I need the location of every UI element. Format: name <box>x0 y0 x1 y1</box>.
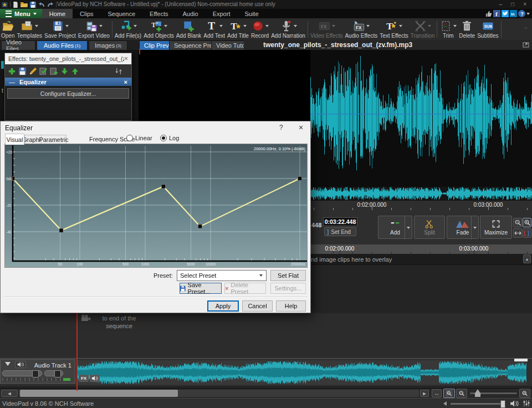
ribbon-tab-home[interactable]: Home <box>42 9 73 18</box>
twitter-icon[interactable] <box>502 10 509 17</box>
edit-effect-icon[interactable] <box>29 67 37 75</box>
radio-icon[interactable] <box>160 135 167 141</box>
library-tab-audio-files[interactable]: Audio Files(1) <box>37 40 88 50</box>
ribbon-tab-effects[interactable]: Effects <box>142 9 175 18</box>
timeline-playhead[interactable] <box>76 313 78 391</box>
toolbar-text-effects-button[interactable]: TText Effects <box>378 19 410 40</box>
preset-select[interactable]: Select Preset <box>177 270 267 281</box>
dialog-help-icon[interactable]: ? <box>279 124 283 131</box>
toolbar-add-text-button[interactable]: TAdd Text <box>202 19 226 40</box>
audio-track-label[interactable]: Audio Track 1 <box>34 362 71 369</box>
menu-button[interactable]: Menu <box>0 9 42 18</box>
toolbar-transition-button[interactable]: Transition <box>410 19 436 40</box>
save-effect-chain-icon[interactable] <box>18 67 27 75</box>
toolbar-add-narration-button[interactable]: Add Narration <box>270 19 306 40</box>
new-document-icon[interactable] <box>13 2 18 8</box>
audio-clip-waveform[interactable] <box>78 360 526 385</box>
toolbar-add-file-s-button[interactable]: Add File(s) <box>114 19 142 40</box>
dialog-title-bar[interactable]: Equalizer ? × <box>1 121 310 135</box>
ribbon-tab-sequence[interactable]: Sequence <box>101 9 143 18</box>
move-up-icon[interactable] <box>71 67 79 75</box>
minimize-button[interactable]: – <box>495 1 507 8</box>
set-end-button[interactable]: ] Set End <box>324 227 356 236</box>
track-collapse-icon[interactable] <box>5 362 11 366</box>
effects-panel-header[interactable]: Effects: twenty_one_pilots_-_stressed_ou… <box>5 53 131 64</box>
track-mute-button[interactable] <box>15 361 26 368</box>
zoom-out-icon[interactable] <box>456 389 467 398</box>
move-down-icon[interactable] <box>60 67 69 75</box>
transport-maximize-button[interactable]: Maximize <box>480 216 512 239</box>
toolbar-subtitles-button[interactable]: SUBSubtitles <box>476 19 499 40</box>
toolbar-record-button[interactable]: Record <box>250 19 270 40</box>
scroll-left-button[interactable]: ◄ <box>1 390 18 397</box>
toolbar-add-blank-button[interactable]: Add Blank <box>175 19 203 40</box>
save-icon[interactable] <box>30 2 36 8</box>
reorder-icon[interactable] <box>115 67 123 75</box>
ribbon-tab-clips[interactable]: Clips <box>73 9 100 18</box>
effects-close-icon[interactable]: × <box>124 55 128 63</box>
toolbar-open-button[interactable]: Open <box>0 19 16 40</box>
transport-split-button[interactable]: Split <box>414 216 445 239</box>
toolbar-export-video-button[interactable]: Export Video <box>77 19 111 40</box>
set-flat-button[interactable]: Set Flat <box>270 270 306 281</box>
clip-fx-button[interactable]: FX <box>79 375 89 382</box>
equalizer-remove-icon[interactable]: × <box>124 79 127 85</box>
toolbar-templates-button[interactable]: Templates <box>16 19 43 40</box>
chevron-down-icon[interactable] <box>471 216 478 239</box>
ribbon-tab-suite[interactable]: Suite <box>237 9 265 18</box>
redo-icon[interactable] <box>47 2 54 8</box>
configure-equalizer-button[interactable]: Configure Equalizer... <box>7 88 129 99</box>
volume-thumb[interactable] <box>500 400 505 408</box>
waveform-overview[interactable] <box>310 187 532 201</box>
help-button[interactable]: Help <box>276 300 306 312</box>
clip-timeline-ruler[interactable]: 0:02:00.0000:03:00.000 <box>310 201 532 211</box>
clip-selection-handle[interactable] <box>514 359 528 361</box>
track-scroll-up-button[interactable]: ▲ <box>523 254 531 263</box>
collapse-icon[interactable]: — <box>9 79 15 85</box>
track-volume-slider[interactable] <box>2 370 42 376</box>
ribbon-tab-export[interactable]: Export <box>206 9 238 18</box>
scroll-right-button[interactable]: ► <box>420 390 429 397</box>
track-pan-slider[interactable] <box>44 370 63 376</box>
facebook-icon[interactable]: f <box>493 10 500 17</box>
eq-curve-graph[interactable]: +200dB-20-4050100500100050001000020000Hz… <box>5 144 307 267</box>
new-project-icon[interactable] <box>2 2 8 8</box>
waveform-display[interactable] <box>310 50 532 187</box>
detach-preview-icon[interactable] <box>523 42 529 48</box>
mixer-icon[interactable] <box>523 400 530 407</box>
settings-button[interactable]: Settings... <box>270 283 306 294</box>
chevron-down-icon[interactable] <box>405 216 412 239</box>
toolbar-add-title-button[interactable]: TAdd Title <box>226 19 250 40</box>
radio-linear[interactable]: Linear <box>126 135 152 141</box>
undo-icon[interactable] <box>38 2 45 8</box>
clip-mute-button[interactable] <box>90 375 100 382</box>
toolbar-add-objects-button[interactable]: TAdd Objects <box>142 19 175 40</box>
zoom-selection-icon[interactable] <box>443 389 455 398</box>
chevron-down-icon[interactable] <box>526 13 530 15</box>
zoom-fit-button[interactable]: ↔ <box>432 389 442 397</box>
speaker-icon[interactable] <box>510 400 519 407</box>
cancel-button[interactable]: Cancel <box>242 300 273 312</box>
toolbar-delete-button[interactable]: Delete <box>458 19 476 40</box>
library-tab-video-files[interactable]: Video Files <box>1 40 35 50</box>
toolbar-trim-button[interactable]: Trim <box>438 19 458 40</box>
save-preset-button[interactable]: Save Preset... <box>180 283 222 294</box>
library-tab-images[interactable]: Images(3) <box>89 40 127 50</box>
delete-preset-button[interactable]: × Delete Preset <box>224 283 266 294</box>
toolbar-save-project-button[interactable]: Save Project <box>43 19 77 40</box>
transport-fade-button[interactable]: Fade <box>447 216 479 239</box>
help-icon[interactable]: ? <box>518 10 525 17</box>
equalizer-section-header[interactable]: — Equalizer × <box>5 78 131 86</box>
maximize-button[interactable]: □ <box>507 1 519 8</box>
dialog-close-icon[interactable]: × <box>299 123 303 132</box>
add-preset-icon[interactable] <box>50 67 58 75</box>
linkedin-icon[interactable]: in <box>510 10 517 17</box>
like-icon[interactable] <box>485 10 492 17</box>
close-button[interactable]: × <box>519 1 531 8</box>
sequence-timeline-ruler[interactable]: 0:02:00.0000:03:00.000 <box>310 244 532 254</box>
apply-button[interactable]: Apply <box>207 300 239 312</box>
preview-playhead[interactable] <box>139 49 140 54</box>
radio-log[interactable]: Log <box>160 135 179 141</box>
volume-min-icon[interactable] <box>443 401 447 406</box>
toolbar-overflow-icon[interactable]: .. <box>524 23 528 29</box>
